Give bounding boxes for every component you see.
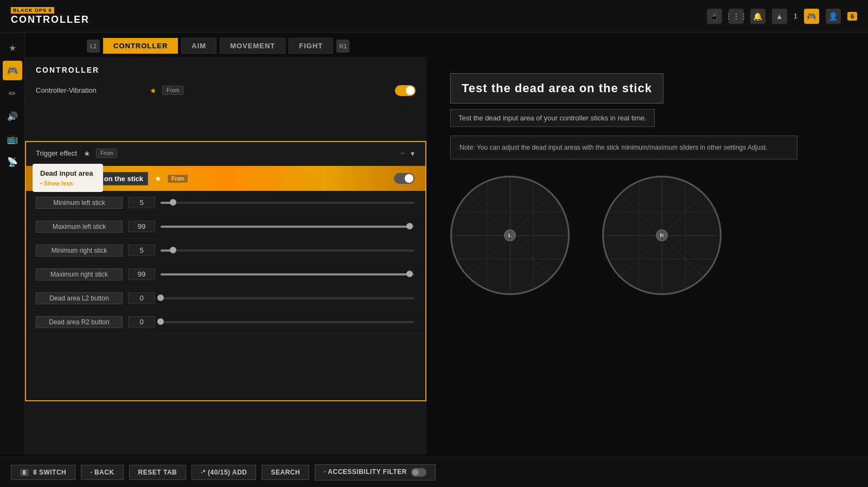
sidebar-item-edit[interactable]: ✏ <box>3 84 22 103</box>
slider-track-1[interactable] <box>161 226 414 228</box>
controller-vibration-row[interactable]: Controller-Vibration ★ From <box>25 79 426 102</box>
sidebar-item-star[interactable]: ★ <box>3 38 22 57</box>
trigger-effect-row[interactable]: Trigger effect ★ From − ▾ <box>25 141 425 166</box>
search-label: Search <box>271 469 300 476</box>
tooltip-bubble: Dead input area • Show less <box>33 164 103 192</box>
test-note: Note: You can adjust the dead input area… <box>450 136 797 159</box>
switch-button[interactable]: 8 8 SWITCH <box>11 465 75 480</box>
slider-value-0: 5 <box>128 197 155 208</box>
sidebar-item-video[interactable]: 📺 <box>3 129 22 149</box>
slider-track-4[interactable] <box>161 297 414 299</box>
right-stick-dot: R <box>656 229 668 241</box>
slider-handle-4[interactable] <box>157 294 164 301</box>
slider-rows-container: Minimum left stick 5 Maximum left stick … <box>25 191 425 334</box>
slider-label-5: Dead area R2 button <box>36 316 123 328</box>
slider-fill-1 <box>161 226 410 228</box>
controller-vibration-label: Controller-Vibration <box>36 86 144 94</box>
sticks-container: L R <box>450 176 841 295</box>
slider-row-3[interactable]: Maximum right stick 99 <box>25 262 425 286</box>
accessibility-button[interactable]: · ACCESSIBILITY FILTER <box>315 464 436 480</box>
tab-fight[interactable]: Fight <box>289 38 333 54</box>
header: BLACK OPS 6 CONTROLLER 📱 ⋮⋮⋮ 🔔 ▲ 1 🎮 👤 6 <box>0 0 868 33</box>
grid-rh-top <box>604 212 720 213</box>
tab-aim[interactable]: Aim <box>181 38 216 54</box>
placeholder-row <box>25 102 426 126</box>
triangle-icon[interactable]: ▲ <box>772 9 787 24</box>
grid-rv-right <box>685 177 686 293</box>
tab-right-icon: R1 <box>336 40 349 53</box>
diag-1 <box>510 235 568 293</box>
add-button[interactable]: ·* (40/15) ADD <box>192 465 256 480</box>
level-badge: 6 <box>847 12 857 21</box>
trigger-minus-icon[interactable]: − <box>400 149 405 158</box>
left-stick-circle: L <box>450 176 570 295</box>
left-stick-dot: L <box>504 229 516 241</box>
diag-3 <box>452 235 510 293</box>
diag-r-2 <box>662 178 720 236</box>
diag-4 <box>452 178 510 236</box>
switch-key-icon: 8 <box>20 469 29 476</box>
tab-left-icon: L1 <box>87 40 100 53</box>
active-star-icon: ★ <box>155 174 162 183</box>
slider-track-3[interactable] <box>161 273 414 275</box>
grid-icon[interactable]: ⋮⋮⋮ <box>729 9 744 24</box>
sidebar-item-audio[interactable]: 🔊 <box>3 106 22 126</box>
accessibility-label: · ACCESSIBILITY FILTER <box>324 468 407 476</box>
slider-track-2[interactable] <box>161 249 414 252</box>
left-stick-wrapper: L <box>450 176 570 295</box>
grid-rv-left <box>639 177 639 293</box>
phone-icon[interactable]: 📱 <box>707 9 722 24</box>
vibration-star-icon: ★ <box>150 86 157 95</box>
grid-v-right <box>533 177 534 293</box>
slider-row-1[interactable]: Maximum left stick 99 <box>25 215 425 239</box>
search-button[interactable]: Search <box>261 465 309 480</box>
slider-handle-3[interactable] <box>406 271 413 277</box>
slider-label-4: Dead area L2 button <box>36 292 123 304</box>
slider-value-5: 0 <box>128 316 155 328</box>
logo-area: BLACK OPS 6 CONTROLLER <box>11 7 90 25</box>
sidebar-item-network[interactable]: 📡 <box>3 152 22 171</box>
slider-track-0[interactable] <box>161 202 414 204</box>
header-count: 1 <box>794 12 797 20</box>
grid-h-top <box>452 212 568 213</box>
logo-bottom: CONTROLLER <box>11 14 90 25</box>
slider-fill-3 <box>161 273 410 275</box>
sidebar-item-controller[interactable]: 🎮 <box>3 61 22 80</box>
active-toggle[interactable] <box>394 173 414 184</box>
user-icon[interactable]: 👤 <box>826 9 841 24</box>
header-right: 📱 ⋮⋮⋮ 🔔 ▲ 1 🎮 👤 6 <box>707 9 857 24</box>
vibration-from-badge: From <box>162 86 183 95</box>
slider-label-0: Minimum left stick <box>36 197 123 209</box>
back-button[interactable]: · BACK <box>81 465 123 480</box>
vibration-toggle[interactable] <box>395 85 416 96</box>
tab-movement[interactable]: Movement <box>220 38 285 54</box>
reset-label: RESET TAB <box>138 469 177 476</box>
slider-value-4: 0 <box>128 292 155 304</box>
trigger-chevron-icon[interactable]: ▾ <box>411 149 414 158</box>
trigger-star-icon: ★ <box>84 149 91 158</box>
slider-row-4[interactable]: Dead area L2 button 0 <box>25 286 425 310</box>
test-title: Test the dead area on the stick <box>450 73 663 104</box>
slider-handle-0[interactable] <box>170 199 176 206</box>
add-label: ·* (40/15) ADD <box>201 469 247 476</box>
slider-row-5[interactable]: Dead area R2 button 0 <box>25 310 425 334</box>
tooltip-line2[interactable]: • Show less <box>40 179 95 188</box>
grid-v-left <box>487 177 487 293</box>
slider-value-1: 99 <box>128 221 155 232</box>
bell-icon[interactable]: 🔔 <box>750 9 765 24</box>
slider-row-0[interactable]: Minimum left stick 5 <box>25 191 425 215</box>
diag-2 <box>510 178 568 236</box>
accessibility-toggle-icon <box>411 468 426 477</box>
reset-tab-button[interactable]: RESET TAB <box>129 465 187 480</box>
slider-handle-5[interactable] <box>157 318 164 325</box>
diag-r-1 <box>662 235 720 293</box>
controller-icon[interactable]: 🎮 <box>804 9 819 24</box>
slider-value-3: 99 <box>128 268 155 280</box>
tab-controller[interactable]: CONTROLLER <box>103 38 178 54</box>
slider-row-2[interactable]: Minimum right stick 5 <box>25 239 425 262</box>
slider-label-3: Maximum right stick <box>36 268 123 280</box>
slider-handle-2[interactable] <box>170 247 176 253</box>
trigger-from-badge: From <box>96 149 117 158</box>
slider-track-5[interactable] <box>161 321 414 323</box>
slider-handle-1[interactable] <box>406 223 413 229</box>
